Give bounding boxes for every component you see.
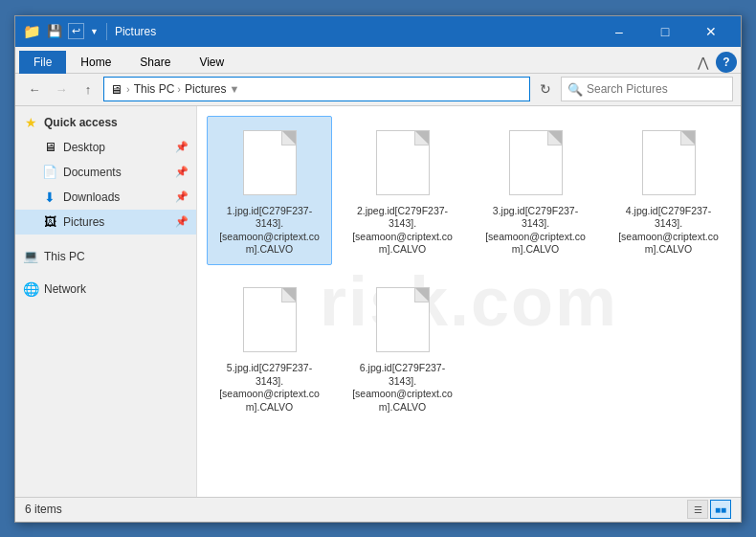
- sidebar-network-label: Network: [44, 282, 189, 296]
- back-button[interactable]: ←: [23, 78, 46, 101]
- sidebar-item-desktop[interactable]: 🖥 Desktop 📌: [15, 135, 196, 160]
- file-item[interactable]: 6.jpg.id[C279F237-3143].[seamoon@criptex…: [340, 273, 465, 423]
- file-name-6: 6.jpg.id[C279F237-3143].[seamoon@criptex…: [350, 362, 456, 414]
- file-icon-6: [376, 287, 430, 352]
- file-icon-wrapper: [501, 124, 570, 201]
- search-input[interactable]: [587, 82, 730, 96]
- documents-icon: 📄: [42, 165, 57, 180]
- sidebar-desktop-label: Desktop: [63, 141, 169, 154]
- breadcrumb-sep-1: ›: [126, 83, 130, 95]
- sidebar-documents-label: Documents: [63, 166, 169, 179]
- downloads-icon: ⬇: [42, 190, 57, 205]
- network-icon: 🌐: [23, 281, 38, 297]
- up-button[interactable]: ↑: [77, 78, 100, 101]
- breadcrumb-folder-icon: 🖥: [110, 82, 122, 97]
- file-name-2: 2.jpeg.id[C279F237-3143].[seamoon@cripte…: [350, 205, 456, 257]
- file-item[interactable]: 3.jpg.id[C279F237-3143].[seamoon@criptex…: [473, 116, 598, 266]
- pin-icon-desktop: 📌: [175, 141, 189, 153]
- file-item[interactable]: 4.jpg.id[C279F237-3143].[seamoon@criptex…: [606, 116, 731, 266]
- large-icon-view-button[interactable]: ■■: [710, 500, 731, 519]
- titlebar-save-icon[interactable]: 💾: [47, 24, 62, 38]
- window-title: Pictures: [115, 25, 597, 38]
- search-icon: 🔍: [567, 82, 583, 97]
- file-icon-1: [243, 130, 297, 195]
- pictures-icon: 🖼: [42, 214, 57, 230]
- sidebar-item-quick-access[interactable]: ★ Quick access: [15, 110, 196, 135]
- sidebar-thispc-label: This PC: [44, 250, 189, 263]
- file-name-1: 1.jpg.id[C279F237-3143].[seamoon@criptex…: [217, 205, 322, 257]
- pin-icon-pictures: 📌: [175, 215, 189, 228]
- sidebar-item-pictures[interactable]: 🖼 Pictures 📌: [15, 210, 196, 235]
- pin-icon-documents: 📌: [175, 166, 189, 178]
- titlebar-folder-icon: 📁: [23, 23, 41, 40]
- breadcrumb[interactable]: 🖥 › This PC › Pictures ▼: [103, 77, 530, 101]
- ribbon-collapse-button[interactable]: ⋀: [694, 53, 712, 72]
- thispc-icon: 💻: [23, 249, 38, 264]
- close-button[interactable]: ✕: [689, 16, 733, 47]
- file-name-5: 5.jpg.id[C279F237-3143].[seamoon@criptex…: [217, 362, 322, 414]
- forward-button[interactable]: →: [50, 78, 73, 101]
- address-bar: ← → ↑ 🖥 › This PC › Pictures ▼ ↻ 🔍: [15, 74, 741, 106]
- sidebar-quick-access-label: Quick access: [44, 116, 189, 129]
- title-bar: 📁 💾 ↩ ▼ Pictures – □ ✕: [15, 16, 741, 47]
- file-icon-wrapper: [235, 281, 304, 358]
- file-icon-4: [642, 130, 696, 195]
- view-toggle-buttons: ☰ ■■: [687, 500, 731, 519]
- minimize-button[interactable]: –: [597, 16, 641, 47]
- tab-view[interactable]: View: [185, 51, 238, 74]
- window-controls: – □ ✕: [597, 16, 733, 47]
- sidebar-pictures-label: Pictures: [63, 215, 169, 229]
- file-icon-5: [243, 287, 297, 352]
- breadcrumb-thispc[interactable]: This PC ›: [134, 82, 181, 96]
- file-icon-wrapper: [368, 124, 437, 201]
- titlebar-dropdown-icon[interactable]: ▼: [90, 27, 99, 36]
- explorer-window: 📁 💾 ↩ ▼ Pictures – □ ✕ File Home Share V…: [14, 15, 742, 523]
- quick-access-toolbar: 📁 💾 ↩ ▼: [23, 23, 99, 40]
- file-icon-wrapper: [368, 281, 437, 358]
- status-item-count: 6 items: [25, 503, 687, 516]
- file-icon-2: [376, 130, 430, 195]
- tab-share[interactable]: Share: [125, 51, 185, 74]
- tab-home[interactable]: Home: [66, 51, 125, 74]
- main-area: ★ Quick access 🖥 Desktop 📌 📄 Documents: [15, 106, 741, 497]
- status-bar: 6 items ☰ ■■: [15, 497, 741, 522]
- quick-access-icon: ★: [23, 115, 38, 130]
- maximize-button[interactable]: □: [643, 16, 687, 47]
- files-grid: 1.jpg.id[C279F237-3143].[seamoon@criptex…: [207, 116, 731, 423]
- titlebar-undo-icon[interactable]: ↩: [68, 23, 84, 39]
- sidebar-item-network[interactable]: 🌐 Network: [15, 277, 196, 302]
- breadcrumb-pictures[interactable]: Pictures ▼: [185, 82, 239, 96]
- desktop-icon: 🖥: [42, 140, 57, 155]
- help-button[interactable]: ?: [716, 52, 737, 73]
- file-icon-wrapper: [634, 124, 703, 201]
- breadcrumb-dropdown-1[interactable]: ›: [177, 83, 181, 95]
- file-name-4: 4.jpg.id[C279F237-3143].[seamoon@criptex…: [616, 205, 722, 257]
- sidebar-downloads-label: Downloads: [63, 190, 169, 204]
- pin-icon-downloads: 📌: [175, 190, 189, 203]
- sidebar: ★ Quick access 🖥 Desktop 📌 📄 Documents: [15, 106, 197, 497]
- tab-file[interactable]: File: [19, 51, 66, 74]
- sidebar-item-thispc[interactable]: 💻 This PC: [15, 244, 196, 269]
- file-area: risk.com 1.jpg.id[C279F237-3143].[seamoo…: [197, 106, 741, 497]
- breadcrumb-dropdown-2[interactable]: ▼: [229, 83, 239, 95]
- ribbon-tabs: File Home Share View ⋀ ?: [15, 47, 741, 74]
- sidebar-item-documents[interactable]: 📄 Documents 📌: [15, 160, 196, 185]
- file-name-3: 3.jpg.id[C279F237-3143].[seamoon@criptex…: [483, 205, 589, 257]
- file-icon-wrapper: [235, 124, 304, 201]
- sidebar-item-downloads[interactable]: ⬇ Downloads 📌: [15, 185, 196, 210]
- file-icon-3: [509, 130, 563, 195]
- search-bar[interactable]: 🔍: [561, 77, 733, 101]
- list-view-button[interactable]: ☰: [687, 500, 708, 519]
- refresh-button[interactable]: ↻: [534, 78, 557, 101]
- file-item[interactable]: 5.jpg.id[C279F237-3143].[seamoon@criptex…: [207, 273, 332, 423]
- file-item[interactable]: 1.jpg.id[C279F237-3143].[seamoon@criptex…: [207, 116, 332, 266]
- file-item[interactable]: 2.jpeg.id[C279F237-3143].[seamoon@cripte…: [340, 116, 465, 266]
